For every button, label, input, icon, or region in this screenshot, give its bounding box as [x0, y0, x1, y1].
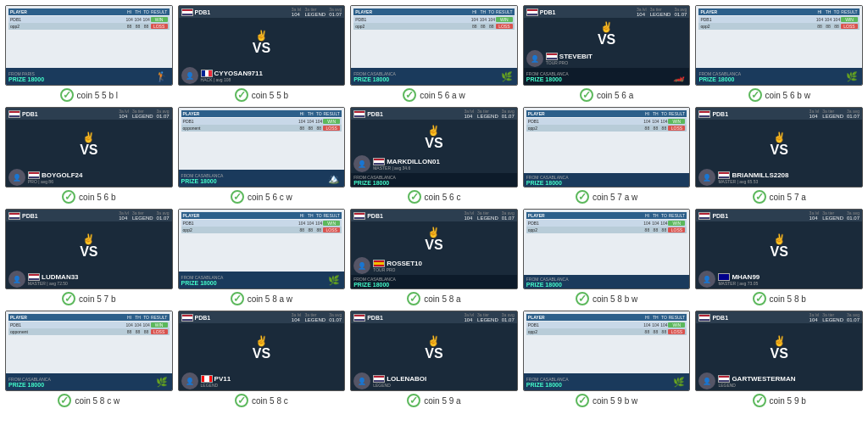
opponent-avatar: 👤	[698, 271, 715, 288]
prize-label: PRIZE 18000	[526, 282, 569, 288]
card-image-coin-5-9-b: PDB13a lvl104 3a tierLEGEND 3a avg01.07✌…	[695, 311, 863, 391]
game-logo: ✌️	[255, 30, 268, 42]
tier-label: 3a tierLEGEND	[304, 312, 326, 322]
flag-fr	[201, 70, 213, 77]
card-label-coin-5-8-a-w: ✓coin 5 8 a w	[231, 292, 292, 305]
card-footer: FROM CASABLANCAPRIZE 18000	[524, 173, 690, 187]
card-label-coin-5-7-a-w: ✓coin 5 7 a w	[576, 190, 637, 204]
flag-us	[526, 8, 538, 16]
check-icon: ✓	[403, 88, 416, 102]
check-icon: ✓	[408, 190, 421, 204]
card-coin-5-7-a-w: PLAYERHITHTORESULTPDB1 104 104 104 WINop…	[523, 107, 691, 204]
prize-label: PRIZE 18000	[8, 382, 51, 388]
score-row: opp2 88 88 88 LOSS	[526, 125, 687, 132]
prize-label: PRIZE 18000	[181, 178, 224, 184]
prize-label: PRIZE 18000	[698, 76, 741, 82]
opponent-avatar: 👤	[353, 257, 370, 274]
player-name: PDB1	[22, 213, 38, 219]
card-label-text: coin 5 6 c	[425, 193, 461, 202]
game-logo: ✌️	[773, 233, 786, 245]
card-label-text: coin 5 9 a	[424, 396, 460, 406]
prize-label: PRIZE 18000	[526, 76, 569, 82]
avg-label: 3a avg01.07	[674, 7, 687, 17]
vs-text: VS	[425, 347, 442, 361]
card-label-coin-5-6-c-w: ✓coin 5 6 c w	[231, 190, 292, 204]
flag-us	[353, 314, 365, 322]
flag-us	[28, 273, 40, 281]
avg-label: 3a avg01.07	[847, 109, 860, 119]
card-label-text: coin 5 6 b w	[765, 91, 810, 100]
opponent-name: GARTWESTERMAN	[732, 375, 795, 383]
player-name: PDB1	[367, 315, 383, 321]
score-card-image-coin-5-8-a-w: PLAYERHITHTORESULTPDB1 104 104 104 WINop…	[178, 209, 346, 289]
footer-icon: 🌿	[326, 272, 342, 288]
opponent-name: BRIANMILLS2208	[732, 171, 788, 179]
card-coin-5-9-b: PDB13a lvl104 3a tierLEGEND 3a avg01.07✌…	[695, 311, 863, 407]
flag-us	[181, 314, 193, 322]
opponent-tier: LEGEND	[373, 383, 426, 388]
footer-icon: 🌿	[671, 374, 687, 389]
opponent-tier: LEGEND	[718, 383, 795, 388]
check-icon: ✓	[576, 190, 589, 204]
card-label-coin-5-9-b-w: ✓coin 5 9 b w	[576, 394, 637, 407]
opponent-row: 👤CYYOSAN9711HACK | avg 108	[179, 66, 345, 85]
player-name: PDB1	[367, 213, 383, 219]
opponent-avatar: 👤	[181, 372, 198, 389]
card-label-coin-5-9-a: ✓coin 5 9 a	[407, 394, 460, 407]
card-label-coin-5-8-a: ✓coin 5 8 a	[407, 292, 460, 305]
lvl-label: 3a lvl104	[637, 7, 647, 17]
check-icon: ✓	[753, 292, 766, 305]
card-label-coin-5-6-a-w: ✓coin 5 6 a w	[403, 88, 465, 102]
check-icon: ✓	[231, 292, 244, 305]
vs-text: VS	[253, 347, 270, 361]
card-image-coin-5-8-b: PDB13a lvl104 3a tierLEGEND 3a avg01.07✌…	[695, 209, 863, 289]
score-table: PLAYERHITHTORESULTPDB1 104 104 104 WINop…	[524, 210, 690, 275]
opponent-name: STEVEBIT	[559, 53, 593, 60]
score-table: PLAYERHITHTORESULTPDB1 104 104 104 WINop…	[351, 6, 517, 68]
opponent-avatar: 👤	[353, 155, 370, 172]
opponent-row: 👤LOLENABOILEGEND	[351, 372, 517, 390]
score-row: opp2 88 88 88 LOSS	[8, 23, 170, 30]
card-coin-5-7-a: PDB13a lvl104 3a tierLEGEND 3a avg01.07✌…	[695, 107, 863, 204]
vs-text: VS	[598, 33, 615, 47]
game-logo: ✌️	[255, 335, 268, 347]
opponent-row: 👤ROSSET10TOUR PRO	[351, 256, 517, 275]
lvl-label: 3a lvl104	[464, 210, 474, 221]
card-coin-5-6-b-w: PLAYERHITHTORESULTPDB1 104 104 104 WINop…	[695, 5, 863, 102]
card-footer: FROM CASABLANCAPRIZE 18000🏔️	[179, 170, 345, 187]
lvl-label: 3a lvl104	[464, 312, 474, 322]
card-label-coin-5-6-b: ✓coin 5 6 b	[62, 190, 115, 204]
score-card-image-coin-5-7-a-w: PLAYERHITHTORESULTPDB1 104 104 104 WINop…	[523, 107, 691, 188]
card-coin-5-7-b: PDB13a lvl104 3a tierLEGEND 3a avg01.07✌…	[5, 209, 173, 305]
score-row: PDB1 104 104 104 WIN	[698, 16, 860, 23]
flag-us	[353, 110, 365, 118]
tier-label: 3a tierLEGEND	[822, 109, 843, 119]
card-label-coin-5-9-b: ✓coin 5 9 b	[753, 394, 806, 407]
tier-label: 3a tierLEGEND	[650, 7, 671, 17]
card-image-coin-5-6-a: PDB13a lvl104 3a tierLEGEND 3a avg01.07✌…	[523, 5, 691, 86]
game-logo: ✌️	[427, 125, 440, 137]
card-label-coin-5-8-b-w: ✓coin 5 8 b w	[576, 292, 637, 305]
avg-label: 3a avg01.07	[329, 312, 342, 322]
footer-icon: 🌿	[499, 69, 515, 84]
lvl-label: 3a lvl104	[119, 210, 129, 221]
tier-label: 3a tierLEGEND	[822, 210, 843, 221]
flag-ca	[201, 375, 213, 383]
score-row: PDB1 104 104 104 WIN	[8, 16, 170, 23]
card-label-text: coin 5 8 b	[770, 294, 806, 304]
score-table: PLAYERHITHTORESULTPDB1 104 104 104 WINop…	[524, 108, 690, 173]
card-coin-5-9-b-w: PLAYERHITHTORESULTPDB1 104 104 104 WINop…	[523, 311, 691, 407]
card-footer: FROM CASABLANCAPRIZE 18000🌿	[179, 272, 345, 288]
footer-icon: 🌿	[844, 69, 860, 84]
score-card-image-coin-5-9-b-w: PLAYERHITHTORESULTPDB1 104 104 104 WINop…	[523, 311, 691, 391]
opponent-row: 👤MHAN99MASTER | avg 73.05	[696, 270, 862, 288]
card-label-coin-5-5-b-l: ✓coin 5 5 b l	[60, 88, 118, 102]
opponent-tier: PRO | avg 86	[28, 179, 82, 184]
vs-text: VS	[771, 245, 788, 259]
flag-us	[546, 53, 558, 60]
score-row: PDB1 104 104 104 WIN	[181, 118, 342, 125]
card-coin-5-8-b: PDB13a lvl104 3a tierLEGEND 3a avg01.07✌…	[695, 209, 863, 305]
opponent-row: 👤GARTWESTERMANLEGEND	[696, 372, 862, 390]
card-footer: FROM CASABLANCAPRIZE 18000🌿	[6, 373, 172, 390]
flag-au	[718, 273, 730, 281]
